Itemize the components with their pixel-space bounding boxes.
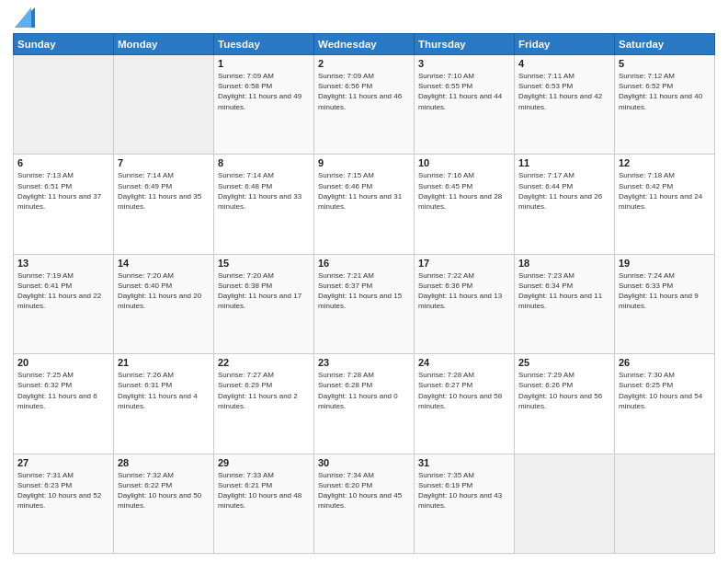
- calendar-cell: 22Sunrise: 7:27 AMSunset: 6:29 PMDayligh…: [214, 354, 314, 454]
- weekday-header-row: SundayMondayTuesdayWednesdayThursdayFrid…: [14, 34, 715, 55]
- calendar-cell: 6Sunrise: 7:13 AMSunset: 6:51 PMDaylight…: [14, 155, 114, 254]
- cell-info: Sunrise: 7:12 AMSunset: 6:52 PMDaylight:…: [619, 71, 711, 112]
- day-number: 20: [17, 357, 109, 368]
- cell-info: Sunrise: 7:15 AMSunset: 6:46 PMDaylight:…: [318, 170, 410, 212]
- day-number: 8: [218, 157, 310, 168]
- calendar-cell: 18Sunrise: 7:23 AMSunset: 6:34 PMDayligh…: [515, 254, 615, 353]
- cell-info: Sunrise: 7:20 AMSunset: 6:40 PMDaylight:…: [118, 270, 210, 312]
- cell-info: Sunrise: 7:33 AMSunset: 6:21 PMDaylight:…: [218, 470, 310, 511]
- week-row-2: 13Sunrise: 7:19 AMSunset: 6:41 PMDayligh…: [14, 254, 715, 353]
- calendar-cell: 28Sunrise: 7:32 AMSunset: 6:22 PMDayligh…: [114, 454, 214, 553]
- cell-info: Sunrise: 7:24 AMSunset: 6:33 PMDaylight:…: [619, 270, 711, 312]
- day-number: 9: [318, 157, 410, 168]
- cell-info: Sunrise: 7:34 AMSunset: 6:20 PMDaylight:…: [318, 470, 410, 511]
- cell-info: Sunrise: 7:28 AMSunset: 6:28 PMDaylight:…: [318, 370, 410, 411]
- cell-info: Sunrise: 7:18 AMSunset: 6:42 PMDaylight:…: [619, 170, 711, 212]
- day-number: 6: [17, 157, 109, 168]
- cell-info: Sunrise: 7:16 AMSunset: 6:45 PMDaylight:…: [418, 170, 510, 212]
- calendar-cell: 7Sunrise: 7:14 AMSunset: 6:49 PMDaylight…: [114, 155, 214, 254]
- cell-info: Sunrise: 7:14 AMSunset: 6:49 PMDaylight:…: [118, 170, 210, 212]
- calendar-cell: 8Sunrise: 7:14 AMSunset: 6:48 PMDaylight…: [214, 155, 314, 254]
- calendar-cell: 9Sunrise: 7:15 AMSunset: 6:46 PMDaylight…: [314, 155, 415, 254]
- calendar-cell: 5Sunrise: 7:12 AMSunset: 6:52 PMDaylight…: [615, 55, 715, 155]
- day-number: 4: [518, 58, 610, 69]
- weekday-header-monday: Monday: [114, 34, 214, 55]
- weekday-header-friday: Friday: [515, 34, 615, 55]
- day-number: 15: [218, 258, 310, 269]
- calendar-cell: 29Sunrise: 7:33 AMSunset: 6:21 PMDayligh…: [214, 454, 314, 553]
- day-number: 31: [418, 457, 510, 468]
- cell-info: Sunrise: 7:09 AMSunset: 6:56 PMDaylight:…: [318, 71, 410, 112]
- logo-icon: [15, 7, 35, 28]
- day-number: 1: [218, 58, 310, 69]
- day-number: 26: [619, 357, 711, 368]
- day-number: 12: [619, 157, 711, 168]
- cell-info: Sunrise: 7:31 AMSunset: 6:23 PMDaylight:…: [17, 470, 109, 511]
- calendar-cell: [615, 454, 715, 553]
- day-number: 27: [17, 457, 109, 468]
- logo: [13, 13, 35, 28]
- calendar-cell: 19Sunrise: 7:24 AMSunset: 6:33 PMDayligh…: [615, 254, 715, 353]
- weekday-header-sunday: Sunday: [14, 34, 114, 55]
- cell-info: Sunrise: 7:32 AMSunset: 6:22 PMDaylight:…: [118, 470, 210, 511]
- weekday-header-wednesday: Wednesday: [314, 34, 415, 55]
- weekday-header-thursday: Thursday: [415, 34, 515, 55]
- week-row-1: 6Sunrise: 7:13 AMSunset: 6:51 PMDaylight…: [14, 155, 715, 254]
- calendar-cell: [515, 454, 615, 553]
- day-number: 17: [418, 258, 510, 269]
- svg-marker-1: [15, 7, 31, 28]
- cell-info: Sunrise: 7:29 AMSunset: 6:26 PMDaylight:…: [518, 370, 610, 411]
- cell-info: Sunrise: 7:17 AMSunset: 6:44 PMDaylight:…: [518, 170, 610, 212]
- cell-info: Sunrise: 7:19 AMSunset: 6:41 PMDaylight:…: [17, 270, 109, 312]
- header: [13, 9, 715, 28]
- cell-info: Sunrise: 7:10 AMSunset: 6:55 PMDaylight:…: [418, 71, 510, 112]
- calendar-cell: 21Sunrise: 7:26 AMSunset: 6:31 PMDayligh…: [114, 354, 214, 454]
- week-row-0: 1Sunrise: 7:09 AMSunset: 6:58 PMDaylight…: [14, 55, 715, 155]
- calendar-cell: [114, 55, 214, 155]
- calendar-cell: 2Sunrise: 7:09 AMSunset: 6:56 PMDaylight…: [314, 55, 415, 155]
- day-number: 22: [218, 357, 310, 368]
- day-number: 11: [518, 157, 610, 168]
- cell-info: Sunrise: 7:14 AMSunset: 6:48 PMDaylight:…: [218, 170, 310, 212]
- weekday-header-saturday: Saturday: [615, 34, 715, 55]
- cell-info: Sunrise: 7:20 AMSunset: 6:38 PMDaylight:…: [218, 270, 310, 312]
- cell-info: Sunrise: 7:23 AMSunset: 6:34 PMDaylight:…: [518, 270, 610, 312]
- day-number: 5: [619, 58, 711, 69]
- calendar-cell: 17Sunrise: 7:22 AMSunset: 6:36 PMDayligh…: [415, 254, 515, 353]
- day-number: 18: [518, 258, 610, 269]
- calendar-cell: 30Sunrise: 7:34 AMSunset: 6:20 PMDayligh…: [314, 454, 415, 553]
- cell-info: Sunrise: 7:09 AMSunset: 6:58 PMDaylight:…: [218, 71, 310, 112]
- day-number: 21: [118, 357, 210, 368]
- calendar-cell: 1Sunrise: 7:09 AMSunset: 6:58 PMDaylight…: [214, 55, 314, 155]
- cell-info: Sunrise: 7:27 AMSunset: 6:29 PMDaylight:…: [218, 370, 310, 411]
- day-number: 13: [17, 258, 109, 269]
- week-row-3: 20Sunrise: 7:25 AMSunset: 6:32 PMDayligh…: [14, 354, 715, 454]
- calendar-cell: 24Sunrise: 7:28 AMSunset: 6:27 PMDayligh…: [415, 354, 515, 454]
- cell-info: Sunrise: 7:22 AMSunset: 6:36 PMDaylight:…: [418, 270, 510, 312]
- cell-info: Sunrise: 7:30 AMSunset: 6:25 PMDaylight:…: [619, 370, 711, 411]
- cell-info: Sunrise: 7:28 AMSunset: 6:27 PMDaylight:…: [418, 370, 510, 411]
- calendar-cell: 16Sunrise: 7:21 AMSunset: 6:37 PMDayligh…: [314, 254, 415, 353]
- page: SundayMondayTuesdayWednesdayThursdayFrid…: [0, 0, 728, 563]
- day-number: 23: [318, 357, 410, 368]
- day-number: 16: [318, 258, 410, 269]
- cell-info: Sunrise: 7:26 AMSunset: 6:31 PMDaylight:…: [118, 370, 210, 411]
- calendar-cell: 25Sunrise: 7:29 AMSunset: 6:26 PMDayligh…: [515, 354, 615, 454]
- calendar-cell: 3Sunrise: 7:10 AMSunset: 6:55 PMDaylight…: [415, 55, 515, 155]
- day-number: 29: [218, 457, 310, 468]
- week-row-4: 27Sunrise: 7:31 AMSunset: 6:23 PMDayligh…: [14, 454, 715, 553]
- calendar-cell: 14Sunrise: 7:20 AMSunset: 6:40 PMDayligh…: [114, 254, 214, 353]
- day-number: 30: [318, 457, 410, 468]
- calendar-cell: 11Sunrise: 7:17 AMSunset: 6:44 PMDayligh…: [515, 155, 615, 254]
- cell-info: Sunrise: 7:11 AMSunset: 6:53 PMDaylight:…: [518, 71, 610, 112]
- day-number: 2: [318, 58, 410, 69]
- calendar-table: SundayMondayTuesdayWednesdayThursdayFrid…: [13, 33, 715, 554]
- calendar-cell: 26Sunrise: 7:30 AMSunset: 6:25 PMDayligh…: [615, 354, 715, 454]
- calendar-cell: 10Sunrise: 7:16 AMSunset: 6:45 PMDayligh…: [415, 155, 515, 254]
- day-number: 10: [418, 157, 510, 168]
- cell-info: Sunrise: 7:35 AMSunset: 6:19 PMDaylight:…: [418, 470, 510, 511]
- calendar-cell: 27Sunrise: 7:31 AMSunset: 6:23 PMDayligh…: [14, 454, 114, 553]
- calendar-cell: 12Sunrise: 7:18 AMSunset: 6:42 PMDayligh…: [615, 155, 715, 254]
- day-number: 7: [118, 157, 210, 168]
- calendar-cell: 23Sunrise: 7:28 AMSunset: 6:28 PMDayligh…: [314, 354, 415, 454]
